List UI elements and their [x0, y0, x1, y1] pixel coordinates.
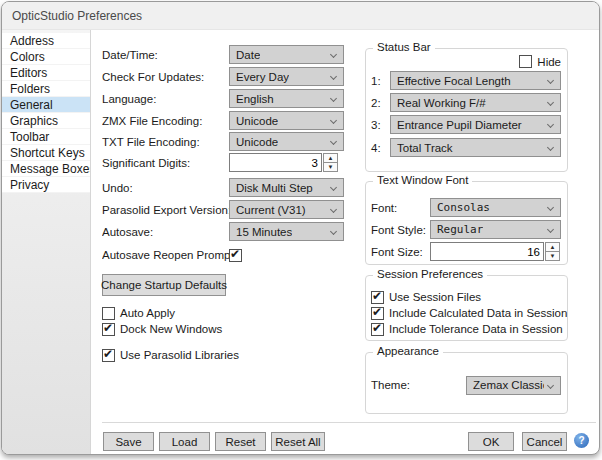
- include-calculated-checkbox[interactable]: ✔: [371, 307, 384, 320]
- sidebar-item-shortcut-keys[interactable]: Shortcut Keys: [2, 145, 90, 161]
- autosave-dropdown[interactable]: 15 Minutes: [229, 222, 344, 241]
- sidebar-item-message-boxes[interactable]: Message Boxes: [2, 161, 90, 177]
- chevron-down-icon: [547, 204, 554, 211]
- autosave-reopen-label: Autosave Reopen Prompt:: [102, 249, 229, 261]
- reset-button[interactable]: Reset: [215, 432, 266, 451]
- change-startup-defaults-button[interactable]: Change Startup Defaults: [102, 274, 226, 296]
- sidebar-item-graphics[interactable]: Graphics: [2, 113, 90, 129]
- status-bar-group: Status Bar ✔ Hide 1: Effective Focal Len…: [365, 48, 568, 172]
- sidebar-item-address[interactable]: Address: [2, 33, 90, 49]
- spin-up-icon[interactable]: ▲: [545, 242, 560, 252]
- autosave-reopen-checkbox[interactable]: ✔: [229, 249, 242, 262]
- dock-new-windows-checkbox[interactable]: ✔: [102, 323, 115, 336]
- parasolid-version-dropdown[interactable]: Current (V31): [229, 200, 344, 219]
- font-style-dropdown[interactable]: Regular: [430, 220, 561, 239]
- field-row-parasolid-version: Parasolid Export Version: Current (V31): [102, 200, 344, 219]
- check-icon: ✔: [372, 289, 382, 303]
- theme-row: Theme: Zemax Classic: [371, 375, 561, 395]
- spin-up-icon[interactable]: ▲: [323, 153, 338, 163]
- reset-all-button[interactable]: Reset All: [271, 432, 325, 451]
- sidebar: Address Colors Editors Folders General G…: [2, 30, 91, 454]
- font-size-row: Font Size: ▲ ▼: [371, 242, 560, 261]
- load-button[interactable]: Load: [159, 432, 210, 451]
- sidebar-item-editors[interactable]: Editors: [2, 65, 90, 81]
- sidebar-list: Address Colors Editors Folders General G…: [2, 33, 90, 193]
- check-icon: ✔: [103, 347, 113, 361]
- chevron-down-icon: [330, 228, 337, 235]
- font-style-label: Font Style:: [371, 224, 430, 236]
- field-row-txt-encoding: TXT File Encoding: Unicode: [102, 132, 344, 151]
- zmx-encoding-label: ZMX File Encoding:: [102, 115, 229, 127]
- field-row-undo: Undo: Disk Multi Step: [102, 178, 344, 197]
- include-tolerance-row: ✔ Include Tolerance Data in Session: [371, 322, 563, 336]
- include-calculated-row: ✔ Include Calculated Data in Session: [371, 306, 567, 320]
- check-updates-label: Check For Updates:: [102, 71, 229, 83]
- sidebar-item-colors[interactable]: Colors: [2, 49, 90, 65]
- status-slot-3-dropdown[interactable]: Entrance Pupil Diameter: [390, 115, 561, 134]
- field-row-zmx-encoding: ZMX File Encoding: Unicode: [102, 111, 344, 130]
- save-button[interactable]: Save: [103, 432, 154, 451]
- spin-down-icon[interactable]: ▼: [323, 163, 338, 172]
- window-title: OpticStudio Preferences: [12, 9, 142, 23]
- help-button[interactable]: ?: [574, 433, 589, 448]
- field-row-check-updates: Check For Updates: Every Day: [102, 67, 344, 86]
- spin-down-icon[interactable]: ▼: [545, 252, 560, 261]
- appearance-group-title: Appearance: [373, 345, 443, 357]
- title-bar[interactable]: OpticStudio Preferences: [2, 2, 599, 30]
- question-mark-icon: ?: [578, 435, 584, 446]
- sidebar-item-privacy[interactable]: Privacy: [2, 177, 90, 193]
- use-session-files-checkbox[interactable]: ✔: [371, 291, 384, 304]
- theme-label: Theme:: [371, 379, 466, 391]
- font-dropdown[interactable]: Consolas: [430, 198, 561, 217]
- include-tolerance-checkbox[interactable]: ✔: [371, 323, 384, 336]
- theme-dropdown[interactable]: Zemax Classic: [466, 376, 561, 395]
- chevron-down-icon: [547, 99, 554, 106]
- hide-checkbox[interactable]: ✔: [519, 55, 532, 68]
- significant-digits-input[interactable]: [229, 153, 322, 172]
- sidebar-item-toolbar[interactable]: Toolbar: [2, 129, 90, 145]
- ok-button[interactable]: OK: [468, 432, 514, 451]
- include-tolerance-label: Include Tolerance Data in Session: [389, 323, 563, 335]
- auto-apply-row: ✔ Auto Apply: [102, 306, 175, 320]
- field-row-date-time: Date/Time: Date: [102, 45, 344, 64]
- font-size-spinner: ▲ ▼: [430, 242, 560, 261]
- status-slot-2-dropdown[interactable]: Real Working F/#: [390, 93, 561, 112]
- cancel-button[interactable]: Cancel: [522, 432, 567, 451]
- slot-1-number: 1:: [371, 75, 390, 87]
- session-preferences-group-title: Session Preferences: [373, 268, 487, 280]
- slot-4-number: 4:: [371, 142, 390, 154]
- hide-label: Hide: [537, 56, 561, 68]
- field-row-language: Language: English: [102, 89, 344, 108]
- font-size-input[interactable]: [430, 242, 544, 261]
- check-updates-dropdown[interactable]: Every Day: [229, 67, 344, 86]
- chevron-down-icon: [330, 73, 337, 80]
- text-window-font-group-title: Text Window Font: [373, 174, 472, 186]
- chevron-down-icon: [547, 144, 554, 151]
- footer-separator: [102, 422, 596, 423]
- status-slot-1-dropdown[interactable]: Effective Focal Length: [390, 71, 561, 90]
- date-time-dropdown[interactable]: Date: [229, 45, 344, 64]
- auto-apply-checkbox[interactable]: ✔: [102, 307, 115, 320]
- sidebar-item-folders[interactable]: Folders: [2, 81, 90, 97]
- use-parasolid-libraries-checkbox[interactable]: ✔: [102, 349, 115, 362]
- spinner-buttons: ▲ ▼: [545, 242, 560, 261]
- chevron-down-icon: [547, 77, 554, 84]
- chevron-down-icon: [547, 121, 554, 128]
- use-session-files-label: Use Session Files: [389, 291, 481, 303]
- hide-row: ✔ Hide: [519, 55, 561, 68]
- language-dropdown[interactable]: English: [229, 89, 344, 108]
- txt-encoding-label: TXT File Encoding:: [102, 136, 229, 148]
- parasolid-version-label: Parasolid Export Version:: [102, 204, 229, 216]
- zmx-encoding-dropdown[interactable]: Unicode: [229, 111, 344, 130]
- dock-new-windows-row: ✔ Dock New Windows: [102, 322, 222, 336]
- chevron-down-icon: [330, 51, 337, 58]
- chevron-down-icon: [330, 184, 337, 191]
- chevron-down-icon: [330, 138, 337, 145]
- undo-dropdown[interactable]: Disk Multi Step: [229, 178, 344, 197]
- session-preferences-group: Session Preferences ✔ Use Session Files …: [365, 275, 568, 341]
- field-row-autosave: Autosave: 15 Minutes: [102, 222, 344, 241]
- sidebar-item-general[interactable]: General: [2, 97, 90, 113]
- txt-encoding-dropdown[interactable]: Unicode: [229, 132, 344, 151]
- status-slot-4-dropdown[interactable]: Total Track: [390, 138, 561, 157]
- field-row-autosave-reopen: Autosave Reopen Prompt: ✔: [102, 248, 242, 262]
